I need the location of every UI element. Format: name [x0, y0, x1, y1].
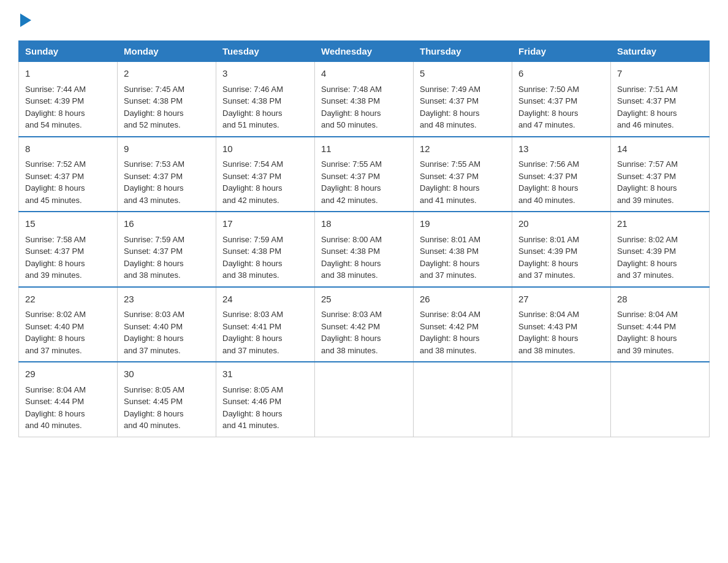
day-info: Sunrise: 8:05 AMSunset: 4:45 PMDaylight:…: [124, 385, 184, 431]
calendar-cell: 11 Sunrise: 7:55 AMSunset: 4:37 PMDaylig…: [315, 137, 414, 212]
calendar-cell: 31 Sunrise: 8:05 AMSunset: 4:46 PMDaylig…: [216, 362, 315, 437]
day-number: 4: [321, 67, 407, 81]
calendar-cell: 4 Sunrise: 7:48 AMSunset: 4:38 PMDayligh…: [315, 62, 414, 137]
day-number: 15: [25, 217, 111, 231]
logo: [18, 12, 31, 28]
day-number: 3: [222, 67, 308, 81]
calendar-cell: 10 Sunrise: 7:54 AMSunset: 4:37 PMDaylig…: [216, 137, 315, 212]
day-info: Sunrise: 8:01 AMSunset: 4:39 PMDaylight:…: [518, 235, 579, 280]
calendar-cell: 30 Sunrise: 8:05 AMSunset: 4:45 PMDaylig…: [118, 362, 216, 437]
page-header: [18, 12, 710, 28]
calendar-header-tuesday: Tuesday: [216, 41, 315, 62]
day-info: Sunrise: 7:53 AMSunset: 4:37 PMDaylight:…: [124, 159, 184, 205]
day-info: Sunrise: 7:54 AMSunset: 4:37 PMDaylight:…: [222, 159, 283, 205]
day-number: 31: [222, 367, 308, 381]
calendar-cell: 1 Sunrise: 7:44 AMSunset: 4:39 PMDayligh…: [19, 62, 118, 137]
calendar-cell: 25 Sunrise: 8:03 AMSunset: 4:42 PMDaylig…: [315, 287, 414, 362]
day-number: 6: [518, 67, 604, 81]
calendar-week-row: 8 Sunrise: 7:52 AMSunset: 4:37 PMDayligh…: [19, 137, 710, 212]
calendar-week-row: 1 Sunrise: 7:44 AMSunset: 4:39 PMDayligh…: [19, 62, 710, 137]
calendar-header-thursday: Thursday: [414, 41, 512, 62]
calendar-cell: 23 Sunrise: 8:03 AMSunset: 4:40 PMDaylig…: [118, 287, 216, 362]
calendar-cell: [611, 362, 710, 437]
calendar-header-monday: Monday: [118, 41, 216, 62]
calendar-week-row: 15 Sunrise: 7:58 AMSunset: 4:37 PMDaylig…: [19, 212, 710, 287]
day-info: Sunrise: 7:48 AMSunset: 4:38 PMDaylight:…: [321, 85, 382, 130]
day-number: 10: [222, 142, 308, 156]
calendar-cell: 19 Sunrise: 8:01 AMSunset: 4:38 PMDaylig…: [414, 212, 512, 287]
day-info: Sunrise: 7:44 AMSunset: 4:39 PMDaylight:…: [25, 85, 86, 130]
day-info: Sunrise: 8:02 AMSunset: 4:39 PMDaylight:…: [617, 235, 678, 280]
day-number: 8: [25, 142, 111, 156]
calendar-cell: [315, 362, 414, 437]
day-info: Sunrise: 8:03 AMSunset: 4:41 PMDaylight:…: [222, 310, 283, 355]
day-info: Sunrise: 8:04 AMSunset: 4:43 PMDaylight:…: [518, 310, 579, 355]
svg-marker-0: [20, 13, 31, 27]
calendar-header-sunday: Sunday: [19, 41, 118, 62]
day-info: Sunrise: 7:55 AMSunset: 4:37 PMDaylight:…: [321, 159, 382, 205]
day-number: 12: [420, 142, 506, 156]
day-number: 16: [124, 217, 210, 231]
day-number: 21: [617, 217, 703, 231]
day-number: 5: [420, 67, 506, 81]
calendar-cell: 15 Sunrise: 7:58 AMSunset: 4:37 PMDaylig…: [19, 212, 118, 287]
calendar-week-row: 22 Sunrise: 8:02 AMSunset: 4:40 PMDaylig…: [19, 287, 710, 362]
logo-triangle-icon: [20, 13, 31, 27]
calendar-header-friday: Friday: [512, 41, 611, 62]
day-info: Sunrise: 7:56 AMSunset: 4:37 PMDaylight:…: [518, 159, 579, 205]
calendar-cell: 3 Sunrise: 7:46 AMSunset: 4:38 PMDayligh…: [216, 62, 315, 137]
day-number: 19: [420, 217, 506, 231]
day-number: 2: [124, 67, 210, 81]
calendar-cell: 20 Sunrise: 8:01 AMSunset: 4:39 PMDaylig…: [512, 212, 611, 287]
calendar-cell: 14 Sunrise: 7:57 AMSunset: 4:37 PMDaylig…: [611, 137, 710, 212]
calendar-header-row: SundayMondayTuesdayWednesdayThursdayFrid…: [19, 41, 710, 62]
day-info: Sunrise: 7:58 AMSunset: 4:37 PMDaylight:…: [25, 235, 86, 280]
day-info: Sunrise: 8:03 AMSunset: 4:42 PMDaylight:…: [321, 310, 382, 355]
calendar-cell: 27 Sunrise: 8:04 AMSunset: 4:43 PMDaylig…: [512, 287, 611, 362]
day-info: Sunrise: 7:59 AMSunset: 4:37 PMDaylight:…: [124, 235, 184, 280]
calendar-cell: 22 Sunrise: 8:02 AMSunset: 4:40 PMDaylig…: [19, 287, 118, 362]
day-number: 9: [124, 142, 210, 156]
day-info: Sunrise: 8:02 AMSunset: 4:40 PMDaylight:…: [25, 310, 86, 355]
calendar-cell: 17 Sunrise: 7:59 AMSunset: 4:38 PMDaylig…: [216, 212, 315, 287]
day-info: Sunrise: 8:04 AMSunset: 4:44 PMDaylight:…: [617, 310, 678, 355]
calendar-cell: 6 Sunrise: 7:50 AMSunset: 4:37 PMDayligh…: [512, 62, 611, 137]
day-info: Sunrise: 8:01 AMSunset: 4:38 PMDaylight:…: [420, 235, 480, 280]
calendar-header-saturday: Saturday: [611, 41, 710, 62]
calendar-cell: [512, 362, 611, 437]
day-info: Sunrise: 7:50 AMSunset: 4:37 PMDaylight:…: [518, 85, 579, 130]
day-info: Sunrise: 7:51 AMSunset: 4:37 PMDaylight:…: [617, 85, 678, 130]
day-info: Sunrise: 8:00 AMSunset: 4:38 PMDaylight:…: [321, 235, 382, 280]
day-number: 14: [617, 142, 703, 156]
calendar-cell: 13 Sunrise: 7:56 AMSunset: 4:37 PMDaylig…: [512, 137, 611, 212]
day-number: 7: [617, 67, 703, 81]
calendar-header-wednesday: Wednesday: [315, 41, 414, 62]
day-number: 27: [518, 293, 604, 307]
day-number: 23: [124, 293, 210, 307]
day-number: 30: [124, 367, 210, 381]
day-info: Sunrise: 7:46 AMSunset: 4:38 PMDaylight:…: [222, 85, 283, 130]
calendar-cell: 7 Sunrise: 7:51 AMSunset: 4:37 PMDayligh…: [611, 62, 710, 137]
day-info: Sunrise: 7:49 AMSunset: 4:37 PMDaylight:…: [420, 85, 480, 130]
calendar-cell: 29 Sunrise: 8:04 AMSunset: 4:44 PMDaylig…: [19, 362, 118, 437]
day-number: 22: [25, 293, 111, 307]
calendar-cell: 5 Sunrise: 7:49 AMSunset: 4:37 PMDayligh…: [414, 62, 512, 137]
day-number: 1: [25, 67, 111, 81]
day-number: 13: [518, 142, 604, 156]
day-info: Sunrise: 8:04 AMSunset: 4:42 PMDaylight:…: [420, 310, 480, 355]
day-number: 25: [321, 293, 407, 307]
calendar-cell: 16 Sunrise: 7:59 AMSunset: 4:37 PMDaylig…: [118, 212, 216, 287]
day-info: Sunrise: 7:52 AMSunset: 4:37 PMDaylight:…: [25, 159, 86, 205]
day-number: 20: [518, 217, 604, 231]
calendar-cell: 24 Sunrise: 8:03 AMSunset: 4:41 PMDaylig…: [216, 287, 315, 362]
day-info: Sunrise: 7:45 AMSunset: 4:38 PMDaylight:…: [124, 85, 184, 130]
calendar-cell: 9 Sunrise: 7:53 AMSunset: 4:37 PMDayligh…: [118, 137, 216, 212]
day-info: Sunrise: 7:57 AMSunset: 4:37 PMDaylight:…: [617, 159, 678, 205]
calendar-cell: 2 Sunrise: 7:45 AMSunset: 4:38 PMDayligh…: [118, 62, 216, 137]
day-info: Sunrise: 8:04 AMSunset: 4:44 PMDaylight:…: [25, 385, 86, 431]
calendar-cell: 12 Sunrise: 7:55 AMSunset: 4:37 PMDaylig…: [414, 137, 512, 212]
calendar-cell: 26 Sunrise: 8:04 AMSunset: 4:42 PMDaylig…: [414, 287, 512, 362]
day-number: 26: [420, 293, 506, 307]
day-info: Sunrise: 8:03 AMSunset: 4:40 PMDaylight:…: [124, 310, 184, 355]
calendar-cell: 8 Sunrise: 7:52 AMSunset: 4:37 PMDayligh…: [19, 137, 118, 212]
